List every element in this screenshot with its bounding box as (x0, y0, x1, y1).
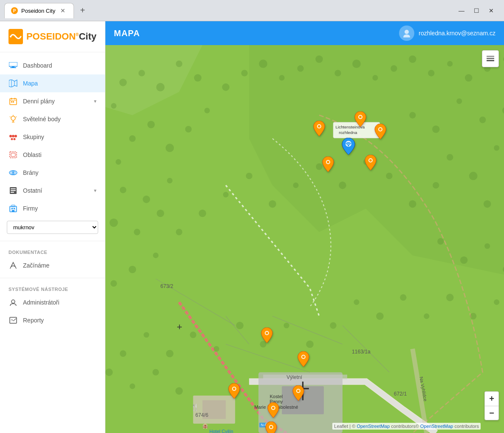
zacinama-icon (8, 261, 18, 270)
tab-close-button[interactable]: ✕ (59, 6, 67, 15)
svg-line-17 (10, 117, 11, 117)
sidebar-item-skupiny[interactable]: Skupiny (0, 128, 105, 146)
svg-point-106 (269, 200, 276, 208)
tab-title: Poseidon City (21, 8, 55, 14)
map-marker-m12[interactable] (265, 422, 277, 433)
svg-point-19 (9, 135, 12, 137)
mapa-label: Mapa (23, 80, 38, 87)
map-zoom-controls: + − (484, 391, 499, 420)
sidebar-item-brany[interactable]: Brány (0, 164, 105, 182)
map-marker-m8[interactable] (297, 351, 309, 368)
svg-rect-24 (10, 152, 17, 158)
svg-point-123 (400, 294, 406, 301)
svg-point-110 (176, 229, 182, 235)
logo-text: POSEIDON®City (26, 31, 96, 42)
sidebar-item-mapa[interactable]: Mapa (0, 74, 105, 92)
close-button[interactable]: ✕ (487, 6, 496, 15)
svg-point-23 (14, 138, 16, 140)
administratori-label: Administrátoři (23, 299, 59, 306)
doc-section-label: DOKUMENTACE (0, 245, 105, 256)
svg-point-124 (376, 313, 384, 320)
svg-point-94 (469, 172, 478, 180)
svg-point-128 (284, 323, 289, 328)
city-select[interactable]: mukrnov (7, 221, 98, 234)
svg-point-100 (409, 200, 416, 208)
administratori-icon (8, 298, 18, 307)
denni-plany-label: Denní plány (23, 98, 55, 105)
sidebar-item-svetelne-body[interactable]: Světelné body (0, 110, 105, 128)
reporty-icon (8, 316, 18, 325)
svg-point-132 (190, 332, 196, 338)
svg-text:🏨: 🏨 (202, 423, 208, 429)
sidebar-divider-1 (0, 241, 105, 241)
denni-plany-arrow: ▾ (94, 98, 96, 104)
svg-point-65 (204, 108, 210, 113)
sidebar-divider-2 (0, 278, 105, 278)
minimize-button[interactable]: — (457, 6, 466, 15)
svg-point-93 (447, 154, 453, 160)
svg-point-101 (386, 173, 392, 179)
svg-point-73 (352, 60, 361, 68)
osm-link-1[interactable]: OpenStreetMap (357, 424, 390, 429)
map-marker-m2[interactable] (354, 111, 366, 128)
map-marker-m11[interactable] (267, 402, 279, 419)
osm-link-2[interactable]: OpenStreetMap (420, 424, 453, 429)
map-marker-m7[interactable] (261, 328, 273, 345)
svg-point-86 (134, 229, 140, 235)
svg-point-137 (130, 384, 135, 389)
map-marker-m1[interactable] (313, 121, 325, 138)
map-layer-button[interactable] (482, 50, 499, 67)
zoom-out-button[interactable]: − (484, 406, 499, 420)
sidebar-item-ostatni[interactable]: Ostatní ▾ (0, 182, 105, 199)
svg-text:Výletní: Výletní (286, 374, 303, 380)
svg-point-29 (13, 172, 14, 174)
sidebar-item-denni-plany[interactable]: Denní plány ▾ (0, 92, 105, 110)
svg-point-13 (11, 116, 15, 120)
svg-point-171 (266, 332, 268, 334)
sidebar-item-reporty[interactable]: Reporty (0, 311, 105, 329)
svg-point-165 (348, 145, 349, 146)
map-container[interactable]: 673/2 1163/1a 672/1 674/6 + Kostel Panny… (105, 45, 504, 433)
svg-point-88 (409, 112, 416, 118)
map-marker-m3[interactable] (374, 124, 386, 141)
firmy-icon (8, 204, 18, 213)
new-tab-button[interactable]: + (76, 4, 89, 17)
svg-point-116 (484, 243, 490, 249)
svg-point-121 (446, 294, 454, 302)
user-email: rozhledna.krnov@seznam.cz (419, 30, 496, 37)
svg-point-57 (111, 103, 116, 108)
svg-point-139 (176, 387, 183, 395)
svg-rect-33 (11, 192, 14, 193)
attribution-separator: | © (349, 424, 357, 429)
svg-point-82 (120, 187, 126, 193)
map-marker-m9[interactable] (228, 383, 240, 400)
svg-point-69 (279, 75, 285, 80)
sidebar-item-zacinama[interactable]: Začínáme (0, 256, 105, 274)
sidebar-item-oblasti[interactable]: Oblasti (0, 146, 105, 164)
svg-point-122 (424, 313, 429, 319)
map-marker-m6[interactable] (365, 155, 377, 172)
maximize-button[interactable]: ☐ (472, 6, 481, 15)
svg-rect-35 (11, 208, 13, 209)
sidebar-item-administratori[interactable]: Administrátoři (0, 293, 105, 311)
browser-tab[interactable]: P Poseidon City ✕ (4, 3, 74, 18)
svg-text:674/6: 674/6 (195, 412, 209, 418)
map-marker-m10[interactable] (292, 385, 304, 402)
page-title: MAPA (114, 28, 140, 38)
svetelne-body-label: Světelné body (23, 116, 61, 122)
svg-point-181 (270, 426, 272, 428)
svg-point-169 (369, 159, 372, 162)
zoom-in-button[interactable]: + (484, 391, 499, 406)
svg-point-85 (110, 219, 118, 227)
svg-point-113 (110, 280, 117, 287)
map-marker-m5[interactable] (322, 157, 334, 174)
user-avatar (399, 26, 414, 41)
tab-bar: P Poseidon City ✕ + (4, 3, 457, 18)
sidebar-item-firmy[interactable]: Firmy (0, 199, 105, 217)
sidebar-item-dashboard[interactable]: Dashboard (0, 57, 105, 74)
svg-point-136 (105, 368, 113, 376)
map-marker-m4[interactable] (342, 138, 355, 157)
svg-rect-32 (11, 190, 16, 191)
oblasti-icon (8, 150, 18, 160)
svg-rect-182 (487, 60, 494, 61)
